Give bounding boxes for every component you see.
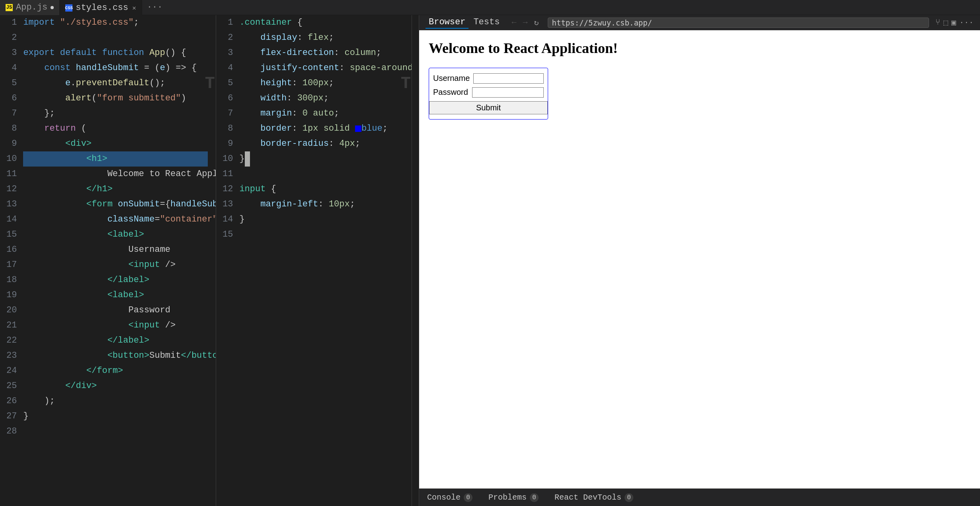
code-line: <button>Submit</button> [23, 348, 208, 363]
bottom-bar: Console 0 Problems 0 React DevTools 0 [419, 488, 980, 506]
code-line: width: 300px; [239, 91, 404, 106]
line-number: 3 [223, 45, 233, 61]
code-line [23, 424, 208, 439]
preview-area: Welcome to React Application! Username P… [419, 30, 980, 488]
code-line: const handleSubmit = (e) => { [23, 61, 208, 76]
preview-heading: Welcome to React Application! [429, 40, 970, 57]
preview-form: Username Password Submit [429, 68, 548, 120]
username-row: Username [429, 73, 548, 84]
code-line: flex-direction: column; [239, 45, 404, 61]
code-line: <input /> [23, 257, 208, 273]
forward-button[interactable]: → [520, 16, 530, 29]
line-number: 27 [6, 409, 17, 424]
panel-toggle-icon[interactable]: ▣ [951, 18, 956, 27]
address-bar[interactable]: https://5zwuy.csb.app/ [548, 18, 929, 28]
browser-tab-tests[interactable]: Tests [470, 16, 503, 29]
editor-styles-css[interactable]: 123456789101112131415 .container { displ… [216, 15, 412, 506]
editor-app-js[interactable]: 1234567891011121314151617181920212223242… [0, 15, 216, 506]
line-number: 11 [223, 167, 233, 182]
password-label: Password [433, 88, 468, 97]
fork-icon[interactable]: ⑂ [935, 18, 940, 27]
code-line: } [23, 409, 208, 424]
browser-tabs: Browser Tests [426, 16, 503, 29]
line-number: 13 [6, 197, 17, 212]
code-line: input { [239, 182, 404, 197]
line-number: 6 [6, 91, 17, 106]
code-content-right[interactable]: .container { display: flex; flex-directi… [239, 15, 412, 506]
refresh-button[interactable]: ↻ [531, 16, 541, 29]
console-tab[interactable]: Console 0 [427, 493, 472, 502]
react-devtools-tab[interactable]: React DevTools 0 [554, 493, 633, 502]
react-devtools-badge: 0 [625, 493, 633, 502]
line-number: 14 [223, 212, 233, 227]
line-number: 23 [6, 348, 17, 363]
submit-button[interactable]: Submit [429, 101, 548, 114]
line-number: 14 [6, 212, 17, 227]
browser-tab-browser[interactable]: Browser [426, 16, 469, 29]
line-numbers-left: 1234567891011121314151617181920212223242… [0, 15, 23, 506]
problems-tab[interactable]: Problems 0 [488, 493, 539, 502]
line-number: 16 [6, 242, 17, 257]
code-line: }; [23, 106, 208, 121]
tab-modified-dot [51, 6, 54, 9]
code-line: <div> [23, 136, 208, 151]
url-text: https://5zwuy.csb.app/ [552, 18, 652, 27]
line-number: 11 [6, 167, 17, 182]
line-number: 18 [6, 273, 17, 288]
username-input[interactable] [473, 73, 544, 84]
code-line: justify-content: space-around; [239, 61, 404, 76]
console-badge: 0 [464, 493, 472, 502]
line-number: 12 [6, 182, 17, 197]
problems-label: Problems [488, 493, 527, 502]
code-line: display: flex; [239, 30, 404, 45]
code-line: <h1> [23, 151, 208, 167]
code-line: <label> [23, 227, 208, 242]
username-label: Username [433, 74, 469, 83]
code-line: import "./styles.css"; [23, 15, 208, 30]
code-line: <label> [23, 288, 208, 303]
line-number: 2 [6, 30, 17, 45]
code-line: return ( [23, 121, 208, 136]
code-line: border-radius: 4px; [239, 136, 404, 151]
password-input[interactable] [472, 87, 544, 98]
code-line: e.preventDefault(); [23, 76, 208, 91]
code-line: margin: 0 auto; [239, 106, 404, 121]
line-number: 20 [6, 303, 17, 318]
code-line: className="container"> [23, 212, 208, 227]
tab-styles-css[interactable]: CSS styles.css ✕ [60, 0, 142, 15]
more-icon[interactable]: ··· [959, 18, 974, 27]
code-line [239, 227, 404, 242]
code-line: </form> [23, 363, 208, 379]
code-line: </h1> [23, 182, 208, 197]
browser-toolbar: Browser Tests ← → ↻ https://5zwuy.csb.ap… [419, 15, 980, 30]
problems-badge: 0 [530, 493, 539, 502]
main-area: 1234567891011121314151617181920212223242… [0, 15, 980, 506]
tab-styles-css-label: styles.css [76, 3, 128, 13]
close-tab-icon[interactable]: ✕ [132, 4, 136, 12]
line-number: 4 [6, 61, 17, 76]
line-number: 7 [223, 106, 233, 121]
tab-overflow-button[interactable]: ··· [142, 2, 168, 12]
code-line: </label> [23, 273, 208, 288]
code-line: Password [23, 303, 208, 318]
line-number: 7 [6, 106, 17, 121]
line-number: 25 [6, 379, 17, 394]
code-line: margin-left: 10px; [239, 197, 404, 212]
back-button[interactable]: ← [509, 16, 519, 29]
js-icon: JS [6, 4, 13, 11]
browser-actions: ⑂ ⬚ ▣ ··· [935, 18, 974, 27]
line-number: 22 [6, 333, 17, 348]
editor-scrollbar[interactable] [412, 15, 419, 506]
open-new-icon[interactable]: ⬚ [943, 18, 948, 27]
line-number: 6 [223, 91, 233, 106]
line-number: 4 [223, 61, 233, 76]
tab-app-js[interactable]: JS App.js [0, 0, 60, 15]
line-number: 13 [223, 197, 233, 212]
line-number: 15 [6, 227, 17, 242]
code-content-left[interactable]: import "./styles.css";export default fun… [23, 15, 216, 506]
code-line: export default function App() { [23, 45, 208, 61]
line-number: 10 [6, 151, 17, 167]
code-line: height: 100px; [239, 76, 404, 91]
line-number: 1 [6, 15, 17, 30]
line-number: 3 [6, 45, 17, 61]
